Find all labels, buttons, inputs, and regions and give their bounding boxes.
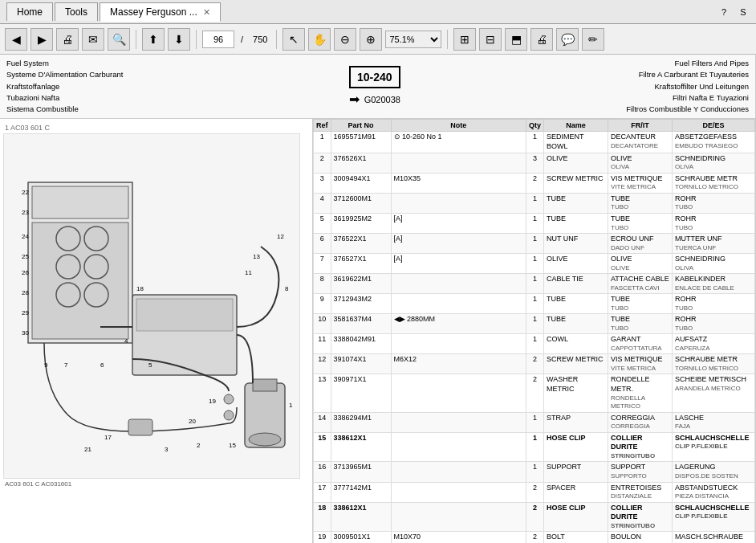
page-input[interactable] [202,31,234,48]
header-title-de: Kraftstoffilter Und Leitungen [626,81,749,92]
zoom-select[interactable]: 75.1% [385,31,441,48]
header-de-line: Kraftstoffanlage [6,81,123,92]
zoom-in-button[interactable]: ⊕ [360,28,382,51]
cell-ref: 11 [314,334,331,354]
view-button[interactable]: ⊟ [479,28,502,51]
cell-fr: CORREGGIACORREGGIA [608,412,673,432]
cell-fr: ECROU UNFDADO UNF [608,233,673,253]
table-row[interactable]: 1 1695571M91 ⊙ 10-260 No 1 1 SEDIMENT BO… [314,132,755,153]
hand-button[interactable]: ✋ [308,28,331,51]
cell-note: [A] [391,233,526,253]
cell-de: LAGERUNGDISPOS.DE SOSTEN [673,462,755,482]
cell-partno: 338612X1 [331,502,391,532]
svg-text:24: 24 [22,233,29,240]
cell-partno: 3619925M2 [331,213,391,233]
cell-de: SCHRAUBE METRTORNILLO METRICO [673,354,755,374]
settings-icon[interactable]: S [737,6,750,18]
tab-massey[interactable]: Massey Ferguson ... ✕ [100,2,221,22]
email-button[interactable]: ✉ [82,28,104,51]
cell-fr: COLLIER DURITESTRINGITUBO [608,432,673,462]
table-row[interactable]: 9 3712943M2 1 TUBE TUBETUBO ROHRTUBO [314,294,755,314]
window-bar: Home Tools Massey Ferguson ... ✕ ? S [0,0,756,24]
table-row[interactable]: 6 376522X1 [A] 1 NUT UNF ECROU UNFDADO U… [314,233,755,253]
search-button[interactable]: 🔍 [108,28,130,51]
table-row[interactable]: 10 3581637M4 ◀▶ 2880MM 1 TUBE TUBETUBO R… [314,314,755,334]
cell-partno: 3388042M91 [331,334,391,354]
print2-button[interactable]: 🖨 [530,28,553,51]
table-row[interactable]: 7 376527X1 [A] 1 OLIVE OLIVEOLIVE SCHNEI… [314,254,755,274]
edit-button[interactable]: ✏ [582,28,604,51]
table-row[interactable]: 13 390971X1 2 WASHER METRIC RONDELLE MET… [314,374,755,412]
table-row[interactable]: 16 3713965M1 1 SUPPORT SUPPORTSUPPORTO L… [314,462,755,482]
cell-qty: 1 [526,462,543,482]
cell-fr: ATTACHE CABLEFASCETTA CAVI [608,274,673,294]
cell-de: LASCHEFAJA [673,412,755,432]
svg-text:15: 15 [229,442,236,449]
cell-note: M10X70 [391,532,526,543]
cell-note [391,412,526,432]
export-button[interactable]: ⬒ [505,28,527,51]
col-de: DE/ES [673,120,755,132]
fit-button[interactable]: ⊞ [453,28,476,51]
cell-qty: 1 [526,294,543,314]
back-button[interactable]: ◀ [5,28,27,51]
comment-button[interactable]: 💬 [556,28,579,51]
table-row[interactable]: 17 3777142M1 2 SPACER ENTRETOISESDISTANZ… [314,482,755,502]
cell-name: BOLT [544,532,608,543]
table-row[interactable]: 5 3619925M2 [A] 1 TUBE TUBETUBO ROHRTUBO [314,213,755,233]
tab-tools[interactable]: Tools [55,2,98,21]
cell-name: TUBE [544,213,608,233]
cell-name: SPACER [544,482,608,502]
diagram-ref-label: 1 AC03 601 C [3,122,309,133]
help-icon[interactable]: ? [717,6,730,18]
table-row[interactable]: 14 3386294M1 1 STRAP CORREGGIACORREGGIA … [314,412,755,432]
cell-ref: 15 [314,432,331,462]
table-row[interactable]: 2 376526X1 3 OLIVE OLIVEOLIVA SCHNEIDRIN… [314,153,755,173]
down-button[interactable]: ⬇ [168,28,190,51]
table-row[interactable]: 8 3619622M1 1 CABLE TIE ATTACHE CABLEFAS… [314,274,755,294]
cell-fr: GARANTCAPPOTTATURA [608,334,673,354]
svg-text:11: 11 [245,269,252,276]
table-row[interactable]: 12 391074X1 M6X12 2 SCREW METRIC VIS MET… [314,354,755,374]
cell-fr: RONDELLE METR.RONDELLA METRICO [608,374,673,412]
cell-fr: BOULONBULLONE [608,532,673,543]
cursor-button[interactable]: ↖ [282,28,305,51]
tab-close-icon[interactable]: ✕ [203,7,210,17]
svg-rect-42 [128,419,152,435]
table-row[interactable]: 18 338612X1 2 HOSE CLIP COLLIER DURITEST… [314,502,755,532]
svg-text:28: 28 [22,289,29,296]
table-row[interactable]: 15 338612X1 1 HOSE CLIP COLLIER DURITEST… [314,432,755,462]
diagram-placeholder: 22 23 24 25 26 28 29 30 18 8 11 12 13 1 [3,133,300,479]
cell-note [391,334,526,354]
table-row[interactable]: 4 3712600M1 1 TUBE TUBETUBO ROHRTUBO [314,193,755,213]
tab-home[interactable]: Home [6,2,53,21]
print-button[interactable]: 🖨 [56,28,79,51]
cell-fr: TUBETUBO [608,294,673,314]
cell-name: SCREW METRIC [544,173,608,193]
cell-de: SCHLAUCHSCHELLECLIP P.FLEXIBLE [673,432,755,462]
svg-text:8: 8 [285,285,289,292]
header-fr-line: Systeme D'Alimentation Carburant [6,69,123,80]
parts-list[interactable]: Ref Part No Note Qty Name FR/IT DE/ES 1 … [313,119,755,543]
cell-name: STRAP [544,412,608,432]
zoom-out-button[interactable]: ⊖ [334,28,356,51]
up-button[interactable]: ⬆ [142,28,165,51]
table-row[interactable]: 3 3009494X1 M10X35 2 SCREW METRIC VIS ME… [314,173,755,193]
cell-ref: 18 [314,502,331,532]
cell-ref: 9 [314,294,331,314]
cell-note: ⊙ 10-260 No 1 [391,132,526,153]
cell-ref: 1 [314,132,331,153]
table-row[interactable]: 19 3009501X1 M10X70 2 BOLT BOULONBULLONE… [314,532,755,543]
cell-qty: 1 [526,132,543,153]
forward-button[interactable]: ▶ [30,28,53,51]
svg-text:29: 29 [22,309,29,316]
col-partno: Part No [331,120,391,132]
table-row[interactable]: 11 3388042M91 1 COWL GARANTCAPPOTTATURA … [314,334,755,354]
cell-note [391,502,526,532]
header-title-fr: Filtre A Carburant Et Tuyauteries [626,69,749,80]
cell-name: CABLE TIE [544,274,608,294]
cell-fr: ENTRETOISESDISTANZIALE [608,482,673,502]
header-title-it: Filtri Nafta E Tuyazioni [626,92,749,104]
cell-fr: TUBETUBO [608,314,673,334]
cell-de: ABSETZGEFAESSEMBUDO TRASIEGO [673,132,755,153]
